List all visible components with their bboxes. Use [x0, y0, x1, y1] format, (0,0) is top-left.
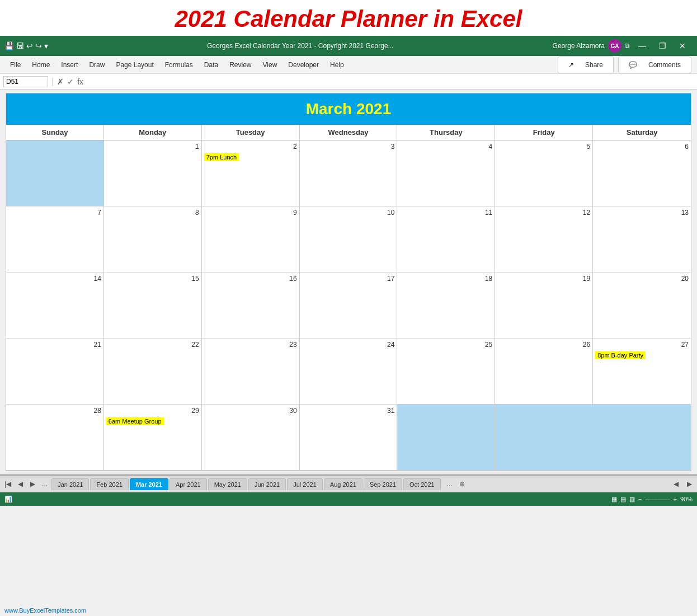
cal-cell-2-2[interactable]: 16 — [202, 272, 300, 338]
day-number: 9 — [204, 209, 297, 217]
tab-prev[interactable]: ◀ — [15, 480, 26, 488]
quick-access-toolbar: 💾 🖫 ↩ ↪ ▾ — [4, 41, 48, 50]
scroll-tab-right[interactable]: ▶ — [684, 480, 695, 488]
cal-cell-1-5[interactable]: 12 — [495, 206, 593, 272]
share-button[interactable]: ↗ Share — [558, 57, 614, 73]
cal-cell-0-0[interactable] — [6, 140, 104, 206]
save-icon[interactable]: 💾 — [4, 41, 14, 50]
sheet-tab-2[interactable]: Mar 2021 — [130, 478, 168, 490]
cal-cell-0-3[interactable]: 3 — [300, 140, 398, 206]
cal-cell-2-3[interactable]: 17 — [300, 272, 398, 338]
view-normal-icon[interactable]: ▦ — [611, 496, 617, 503]
dropdown-icon[interactable]: ▾ — [44, 41, 48, 50]
cal-cell-4-3[interactable]: 31 — [300, 405, 398, 471]
user-avatar: GA — [608, 39, 621, 53]
cal-cell-3-6[interactable]: 278pm B-day Party — [593, 338, 691, 405]
menu-formulas[interactable]: Formulas — [161, 59, 197, 71]
cal-cell-4-1[interactable]: 296am Meetup Group — [104, 405, 202, 471]
scroll-right[interactable]: ⊕ — [456, 480, 468, 488]
confirm-formula-icon[interactable]: ✓ — [67, 77, 74, 86]
cal-cell-3-5[interactable]: 26 — [495, 338, 593, 405]
cal-cell-4-5[interactable] — [495, 405, 593, 471]
sheet-tab-4[interactable]: May 2021 — [208, 478, 247, 490]
menu-review[interactable]: Review — [225, 59, 256, 71]
sheet-tabs-container: Jan 2021Feb 2021Mar 2021Apr 2021May 2021… — [51, 478, 441, 490]
cal-cell-1-2[interactable]: 9 — [202, 206, 300, 272]
cal-cell-3-4[interactable]: 25 — [397, 338, 495, 405]
zoom-slider[interactable]: ———— — [646, 496, 670, 502]
calendar-event[interactable]: 8pm B-day Party — [595, 351, 646, 359]
status-icon: 📊 — [4, 496, 12, 502]
day-number: 25 — [399, 341, 492, 349]
cal-cell-3-0[interactable]: 21 — [6, 338, 104, 405]
cal-cell-4-6[interactable] — [593, 405, 691, 471]
formula-input[interactable] — [86, 77, 694, 87]
cell-reference[interactable] — [3, 76, 48, 87]
redo-icon[interactable]: ↪ — [35, 41, 42, 50]
calendar-event[interactable]: 6am Meetup Group — [106, 417, 164, 425]
sheet-tab-1[interactable]: Feb 2021 — [90, 478, 128, 490]
day-number: 29 — [106, 407, 199, 415]
sheet-tab-0[interactable]: Jan 2021 — [51, 478, 89, 490]
cal-cell-2-5[interactable]: 19 — [495, 272, 593, 338]
header-friday: Friday — [495, 125, 593, 140]
menu-draw[interactable]: Draw — [84, 59, 109, 71]
cal-cell-1-3[interactable]: 10 — [300, 206, 398, 272]
sheet-tab-7[interactable]: Aug 2021 — [324, 478, 362, 490]
ribbon-menu: File Home Insert Draw Page Layout Formul… — [0, 56, 697, 74]
view-break-icon[interactable]: ▥ — [629, 496, 635, 503]
menu-pagelayout[interactable]: Page Layout — [111, 59, 158, 71]
scroll-tab-left[interactable]: ◀ — [670, 480, 681, 488]
minimize-button[interactable]: — — [632, 36, 652, 56]
cal-cell-0-6[interactable]: 6 — [593, 140, 691, 206]
close-button[interactable]: ✕ — [672, 36, 693, 56]
menu-insert[interactable]: Insert — [56, 59, 82, 71]
day-number: 2 — [204, 143, 297, 151]
cal-cell-1-0[interactable]: 7 — [6, 206, 104, 272]
zoom-in-icon[interactable]: + — [674, 496, 677, 502]
menu-help[interactable]: Help — [326, 59, 348, 71]
cal-cell-4-4[interactable] — [397, 405, 495, 471]
cal-cell-0-2[interactable]: 27pm Lunch — [202, 140, 300, 206]
add-sheet-button[interactable]: ... — [444, 480, 455, 488]
zoom-out-icon[interactable]: − — [638, 496, 642, 502]
sheet-tab-3[interactable]: Apr 2021 — [169, 478, 207, 490]
save2-icon[interactable]: 🖫 — [16, 41, 24, 50]
cal-cell-4-0[interactable]: 28 — [6, 405, 104, 471]
excel-titlebar: 💾 🖫 ↩ ↪ ▾ Georges Excel Calendar Year 20… — [0, 36, 697, 56]
menu-file[interactable]: File — [6, 59, 25, 71]
calendar-event[interactable]: 7pm Lunch — [204, 153, 239, 161]
cal-cell-0-5[interactable]: 5 — [495, 140, 593, 206]
menu-home[interactable]: Home — [27, 59, 54, 71]
window-icon[interactable]: ⧉ — [625, 42, 630, 50]
view-layout-icon[interactable]: ▤ — [620, 496, 626, 503]
cal-cell-2-1[interactable]: 15 — [104, 272, 202, 338]
cal-cell-4-2[interactable]: 30 — [202, 405, 300, 471]
comments-button[interactable]: 💬 Comments — [618, 57, 691, 73]
undo-icon[interactable]: ↩ — [26, 41, 33, 50]
cal-cell-2-4[interactable]: 18 — [397, 272, 495, 338]
menu-data[interactable]: Data — [200, 59, 223, 71]
cal-cell-1-4[interactable]: 11 — [397, 206, 495, 272]
sheet-tab-6[interactable]: Jul 2021 — [287, 478, 323, 490]
cal-cell-3-3[interactable]: 24 — [300, 338, 398, 405]
cal-cell-1-6[interactable]: 13 — [593, 206, 691, 272]
sheet-tab-8[interactable]: Sep 2021 — [364, 478, 402, 490]
menu-view[interactable]: View — [258, 59, 282, 71]
fx-icon[interactable]: fx — [77, 77, 83, 86]
tab-next[interactable]: ▶ — [27, 480, 38, 488]
cal-cell-1-1[interactable]: 8 — [104, 206, 202, 272]
cal-cell-0-1[interactable]: 1 — [104, 140, 202, 206]
sheet-tab-5[interactable]: Jun 2021 — [248, 478, 286, 490]
cal-cell-2-0[interactable]: 14 — [6, 272, 104, 338]
cal-cell-3-2[interactable]: 23 — [202, 338, 300, 405]
sheet-tab-9[interactable]: Oct 2021 — [403, 478, 441, 490]
tab-prev-start[interactable]: |◀ — [2, 480, 13, 488]
cal-cell-2-6[interactable]: 20 — [593, 272, 691, 338]
tab-next-end[interactable]: ... — [39, 480, 50, 488]
maximize-button[interactable]: ❐ — [652, 36, 672, 56]
cal-cell-0-4[interactable]: 4 — [397, 140, 495, 206]
menu-developer[interactable]: Developer — [284, 59, 323, 71]
cal-cell-3-1[interactable]: 22 — [104, 338, 202, 405]
cancel-formula-icon[interactable]: ✗ — [57, 77, 64, 86]
